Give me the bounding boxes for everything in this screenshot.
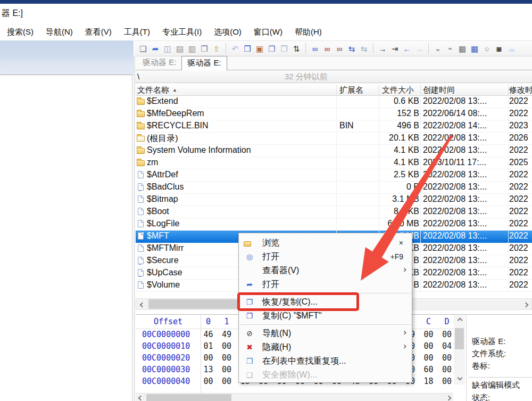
camera-icon[interactable]: ◙ xyxy=(494,43,504,54)
scroll-up-button[interactable] xyxy=(457,317,462,323)
table-row[interactable]: $Boot8.0 KB2022/02/08 13:...2022 xyxy=(136,206,532,218)
hex-byte[interactable]: 00 xyxy=(423,341,434,351)
menu-item[interactable]: 查看(V) xyxy=(85,27,112,37)
hex-column-header: D xyxy=(442,317,453,326)
hex-byte[interactable]: 00 xyxy=(203,353,214,363)
menu-item-navigate[interactable]: ⊘导航(N)› xyxy=(239,326,412,340)
hex-byte[interactable]: 01 xyxy=(203,341,214,351)
table-row[interactable]: $Bitmap3.1 MB2022/02/08 13:...2022 xyxy=(136,194,532,206)
clipboard-paste-icon[interactable]: ▣ xyxy=(254,43,265,54)
print-icon[interactable]: ▥ xyxy=(187,43,197,54)
table-row[interactable]: $BadClus0 B2022/02/08 13:...2022 xyxy=(136,182,532,194)
scroll-left-button[interactable] xyxy=(137,395,144,400)
table-row[interactable]: zm4.1 KB2023/10/11 17:...2025 xyxy=(136,157,532,169)
paste-into-icon[interactable]: ❒ xyxy=(267,43,277,54)
hex-byte[interactable]: 00 xyxy=(442,330,453,339)
menu-item[interactable]: 窗口(W) xyxy=(254,27,282,37)
open-disk-icon[interactable]: ◒ xyxy=(433,43,443,54)
goto-offset-icon[interactable]: → xyxy=(377,43,388,54)
scroll-left-button[interactable] xyxy=(137,300,147,309)
column-header-size[interactable]: 文件大小 xyxy=(382,85,414,95)
clone-disk-icon[interactable]: ◓ xyxy=(445,43,455,54)
copy-block-icon[interactable]: ❐ xyxy=(279,43,289,54)
column-header-name[interactable]: 文件名称▲ xyxy=(137,85,177,95)
print-preview-icon[interactable]: ▤ xyxy=(174,43,185,54)
cloud-icon[interactable]: ☁ xyxy=(506,43,517,54)
menu-item-duplicates[interactable]: ❒在列表中查找重复项... xyxy=(239,354,412,368)
column-header-modified[interactable]: 修改时间 xyxy=(509,85,532,95)
hex-byte[interactable]: 00 xyxy=(221,365,232,374)
scrollbar-thumb[interactable] xyxy=(455,328,464,349)
column-header-created[interactable]: 创建时间 xyxy=(423,85,455,95)
table-row[interactable]: $Extend0.6 KB2022/02/08 13:...2022 xyxy=(136,96,532,108)
table-row[interactable]: $LogFile64.0 MB2022/02/08 13:...2022 xyxy=(136,218,532,231)
forward-icon[interactable]: → xyxy=(414,43,425,54)
hex-byte[interactable]: 49 xyxy=(221,330,232,339)
calculator-icon[interactable]: ▦ xyxy=(469,43,480,54)
scroll-right-button[interactable] xyxy=(521,300,530,309)
open-file-icon[interactable]: ➦ xyxy=(150,43,161,54)
folder-up-icon[interactable]: ⇧ xyxy=(211,43,222,54)
hex-vscrollbar[interactable] xyxy=(454,315,465,384)
file-size: 0 B xyxy=(348,182,419,192)
table-row[interactable]: (根目录)20.1 KB2022/02/08 13:...2026 xyxy=(136,133,532,145)
goto-end-icon[interactable]: ⇥ xyxy=(389,43,400,54)
back-icon[interactable]: ← xyxy=(402,43,412,54)
tab-drive-e-active[interactable]: 驱动器 E: xyxy=(181,56,227,70)
new-file-icon[interactable]: ❏ xyxy=(138,43,148,54)
hex-byte[interactable]: 13 xyxy=(203,365,214,374)
table-row[interactable]: System Volume Information4.1 KB2022/02/0… xyxy=(136,145,532,157)
replace-icon[interactable]: ⇆ xyxy=(346,43,357,54)
column-header-ext[interactable]: 扩展名 xyxy=(339,85,363,95)
binary-convert-icon[interactable]: ⇅ xyxy=(291,43,302,54)
file-name: $Secure xyxy=(147,256,179,265)
menu-item[interactable]: 搜索(S) xyxy=(7,27,34,37)
menu-item-viewer[interactable]: 查看器(V)› xyxy=(239,264,412,277)
undo-icon[interactable]: ↶ xyxy=(230,43,240,54)
menu-item[interactable]: 工具(T) xyxy=(124,27,150,37)
current-path[interactable]: \ xyxy=(137,72,139,81)
hex-byte[interactable]: 04 xyxy=(442,341,453,351)
save-icon[interactable]: ◫ xyxy=(162,43,173,54)
scrollbar-thumb[interactable] xyxy=(146,394,231,401)
table-row[interactable]: $MfeDeepRem152 B2022/06/14 08:...2022 xyxy=(136,108,532,120)
hex-byte[interactable]: 00 xyxy=(221,353,232,363)
menu-item[interactable]: 选项(O) xyxy=(214,27,242,37)
find-icon[interactable]: ∞ xyxy=(310,43,320,54)
hex-byte[interactable]: 00 xyxy=(442,377,453,386)
hex-byte[interactable]: 00 xyxy=(423,353,434,363)
hex-byte[interactable]: 00 xyxy=(221,377,232,386)
panel-splitter[interactable] xyxy=(134,56,135,401)
hex-byte[interactable]: 60 xyxy=(423,365,434,374)
hex-byte[interactable]: 00 xyxy=(423,330,434,339)
table-row[interactable]: $RECYCLE.BINBIN496 B2022/02/08 14:...202… xyxy=(136,120,532,133)
hex-byte[interactable]: 00 xyxy=(442,353,453,363)
menu-item-wipe[interactable]: ❏安全擦除(W)... xyxy=(239,368,412,382)
menu-item-hide[interactable]: ✖隐藏(H)› xyxy=(239,340,412,354)
menu-item-browse[interactable]: 浏览× xyxy=(239,236,412,250)
copy-icon[interactable]: ❐ xyxy=(242,43,253,54)
magnifier-icon[interactable]: ○ xyxy=(481,43,492,54)
hex-byte[interactable]: 00 xyxy=(442,365,453,374)
scroll-right-button[interactable] xyxy=(445,395,452,400)
find-text-icon[interactable]: ∞ xyxy=(322,43,332,54)
hex-hscrollbar[interactable] xyxy=(136,393,453,401)
menu-item-view[interactable]: ◎打开+F9 xyxy=(239,250,412,264)
hex-byte[interactable]: 00 xyxy=(203,377,214,386)
menu-item[interactable]: 专业工具(I) xyxy=(162,27,202,37)
hex-byte[interactable]: 46 xyxy=(203,330,214,339)
menu-item[interactable]: 导航(N) xyxy=(46,27,73,37)
properties-icon[interactable]: ❐ xyxy=(199,43,210,54)
directory-tree-panel[interactable] xyxy=(0,75,132,401)
menu-item[interactable]: 帮助(H) xyxy=(295,27,322,37)
hex-byte[interactable]: 18 xyxy=(423,377,434,386)
ram-chip-icon[interactable]: ▦ xyxy=(457,43,468,54)
replace-hex-icon[interactable]: ⇆ xyxy=(359,43,369,54)
hex-byte[interactable]: 00 xyxy=(221,341,232,351)
scroll-down-button[interactable] xyxy=(457,375,462,380)
menu-item-open[interactable]: ➦打开 xyxy=(239,277,412,291)
file-modified: 2022 xyxy=(509,170,532,179)
table-row[interactable]: $AttrDef2.5 KB2022/02/08 13:...2022 xyxy=(136,169,532,182)
tab-drive-e[interactable]: 驱动器 E: xyxy=(137,56,181,70)
find-hex-icon[interactable]: ∞ xyxy=(334,43,345,54)
